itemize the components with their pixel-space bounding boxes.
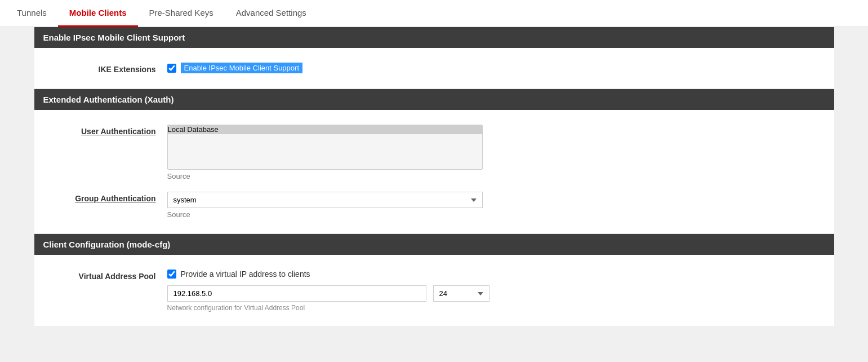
virtual-ip-checkbox-row: Provide a virtual IP address to clients — [167, 270, 825, 279]
virtual-ip-text: Provide a virtual IP address to clients — [181, 270, 310, 279]
client-config-header: Client Configuration (mode-cfg) — [34, 234, 834, 255]
nav-tabs: TunnelsMobile ClientsPre-Shared KeysAdva… — [0, 0, 868, 27]
group-auth-label: Group Authentication — [43, 192, 167, 203]
virtual-ip-checkbox[interactable] — [167, 270, 176, 279]
group-auth-source: Source — [167, 210, 825, 219]
nav-tab-pre-shared-keys[interactable]: Pre-Shared Keys — [138, 0, 225, 27]
group-auth-control: system local radius ldap Source — [167, 192, 825, 219]
ip-address-input[interactable] — [167, 285, 426, 302]
xauth-header: Extended Authentication (Xauth) — [34, 89, 834, 110]
virtual-address-pool-row: Virtual Address Pool Provide a virtual I… — [34, 264, 834, 317]
user-auth-row: User Authentication Local Database Sourc… — [34, 119, 834, 186]
ike-extensions-control: Enable IPsec Mobile Client Support — [167, 63, 825, 73]
ip-cidr-row: 8 16 24 25 26 27 28 29 30 32 — [167, 285, 825, 302]
ike-extensions-label: IKE Extensions — [43, 63, 167, 74]
ipsec-mobile-body: IKE Extensions Enable IPsec Mobile Clien… — [34, 48, 834, 89]
ike-extensions-checkbox[interactable] — [167, 64, 176, 73]
client-config-body: Virtual Address Pool Provide a virtual I… — [34, 255, 834, 327]
user-auth-control: Local Database Source — [167, 125, 825, 180]
ipsec-mobile-header: Enable IPsec Mobile Client Support — [34, 27, 834, 48]
group-auth-row: Group Authentication system local radius… — [34, 186, 834, 224]
virtual-address-pool-label: Virtual Address Pool — [43, 270, 167, 281]
main-content: Enable IPsec Mobile Client Support IKE E… — [34, 27, 834, 327]
xauth-body: User Authentication Local Database Sourc… — [34, 110, 834, 234]
virtual-address-pool-control: Provide a virtual IP address to clients … — [167, 270, 825, 312]
nav-tab-advanced-settings[interactable]: Advanced Settings — [225, 0, 318, 27]
network-hint: Network configuration for Virtual Addres… — [167, 304, 825, 312]
ike-extensions-checkbox-row: Enable IPsec Mobile Client Support — [167, 63, 825, 73]
user-auth-listbox[interactable]: Local Database — [167, 125, 483, 170]
ike-extensions-text: Enable IPsec Mobile Client Support — [181, 63, 303, 73]
cidr-select[interactable]: 8 16 24 25 26 27 28 29 30 32 — [433, 285, 489, 302]
user-auth-option-local-db[interactable]: Local Database — [168, 125, 482, 134]
ike-extensions-row: IKE Extensions Enable IPsec Mobile Clien… — [34, 57, 834, 80]
nav-tab-mobile-clients[interactable]: Mobile Clients — [58, 0, 138, 27]
user-auth-source: Source — [167, 172, 825, 180]
user-auth-label: User Authentication — [43, 125, 167, 136]
nav-tab-tunnels[interactable]: Tunnels — [6, 0, 58, 27]
group-auth-select[interactable]: system local radius ldap — [167, 192, 483, 208]
